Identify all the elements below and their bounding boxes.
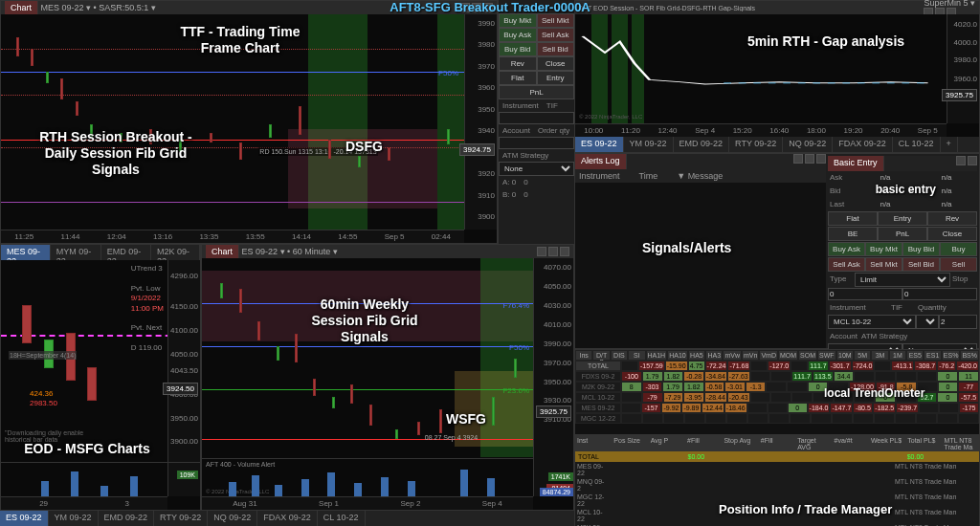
tab-add[interactable]: + [941, 137, 958, 152]
tab-cl5[interactable]: CL 10-22 [893, 137, 941, 152]
tab-nq5[interactable]: NQ 09-22 [783, 137, 833, 152]
stop-input[interactable] [902, 288, 977, 300]
to-cell: -76.2 [937, 361, 956, 371]
to-cell: -72.24 [705, 361, 728, 371]
buy-ask-button[interactable]: Buy Ask [499, 28, 537, 42]
limit-input[interactable] [828, 288, 902, 300]
to-symbol: MCL 10-22 [575, 392, 621, 403]
pnl-button[interactable]: PnL [878, 227, 927, 241]
to-cell: 0 [788, 403, 808, 413]
sixty-chart-tab[interactable]: Chart [206, 245, 239, 258]
pnl-button[interactable]: PnL [499, 85, 574, 99]
to-cell [747, 403, 768, 413]
instrument-input[interactable] [499, 112, 574, 124]
rev-button[interactable]: Rev [499, 56, 537, 71]
rev-button[interactable]: Rev [927, 211, 977, 226]
table-row[interactable]: MCL 10-22MTL NT8 Trade Man [575, 508, 979, 523]
close-icon[interactable] [816, 154, 826, 164]
sell-mkt-button[interactable]: Sell Mkt [537, 13, 575, 28]
eod-chart[interactable]: UTrend 3 Pvt. Low 9/1/2022 11:00 PM Pvt.… [1, 260, 200, 510]
tab-ym[interactable]: YM 09-22 [49, 511, 99, 526]
tab-rty[interactable]: RTY 09-22 [154, 511, 208, 526]
tab-mes[interactable]: MES 09-22 [1, 245, 51, 260]
basic-entry-tab[interactable]: Basic Entry [828, 156, 884, 171]
ttf-chart[interactable]: F50% RD 150.Sun 1315 13:16 -20.14 137313… [1, 14, 497, 243]
total-label: TOTAL [576, 452, 612, 461]
to-cell: -413.1 [891, 361, 914, 371]
account-input[interactable] [499, 137, 574, 149]
max-icon[interactable] [548, 247, 558, 256]
to-cell: 0 [875, 392, 896, 403]
tab-fdax[interactable]: FDAX 09-22 [257, 511, 318, 526]
to-cell: -0.28 [683, 371, 704, 382]
sixty-chart[interactable]: F76.4% F50% F23.6% 08 27 Sep 4 3924 4070… [202, 258, 573, 510]
table-row[interactable]: MES 09-22MTL NT8 Trade Man [575, 462, 979, 477]
be-qty-input[interactable] [939, 315, 977, 329]
five-timeframe[interactable]: SuperMin 5 [924, 0, 968, 8]
be-inst-select[interactable]: MCL 10-22 [828, 315, 916, 329]
min-icon[interactable] [956, 156, 966, 165]
be-tif-label: TIF [889, 301, 916, 314]
to-cell [917, 382, 938, 392]
table-row[interactable]: MGC 12-22MTL NT8 Trade Man [575, 493, 979, 508]
to-cell: -147.7 [830, 403, 853, 413]
buy-mkt-button[interactable]: Buy Mkt [499, 13, 537, 28]
buy-mkt-button[interactable]: Buy Mkt [865, 242, 902, 256]
five-chart[interactable]: © 2022 NinjaTrader, LLC 4020.0 4000.0 39… [575, 14, 979, 137]
entry-button[interactable]: Entry [537, 71, 575, 85]
sell-button[interactable]: Sell [940, 257, 977, 272]
buy-bid-button[interactable]: Buy Bid [499, 42, 537, 56]
five-yaxis: 4020.0 4000.0 3980.0 3960.0 3940.0 3925.… [947, 14, 979, 123]
sell-bid-button[interactable]: Sell Bid [902, 257, 940, 272]
flat-button[interactable]: Flat [499, 71, 537, 85]
close-button[interactable]: Close [927, 227, 977, 241]
be-button[interactable]: BE [828, 227, 878, 241]
table-row[interactable]: MNQ 09-2MTL NT8 Trade Man [575, 477, 979, 493]
tab-fdax5[interactable]: FDAX 09-22 [833, 137, 893, 152]
instrument-select[interactable]: MES 09-22 [41, 3, 84, 12]
atm-select[interactable]: None [499, 162, 574, 176]
tab-m2k[interactable]: M2K 09-22 [151, 245, 200, 260]
to-header: 1M [889, 350, 906, 361]
min-icon[interactable] [537, 247, 546, 256]
sell-mkt-button[interactable]: Sell Mkt [865, 257, 902, 272]
five-titlebar: AFT EOD Session - SOR Fib Grid-DSFG-RTH … [575, 1, 979, 14]
tab-emd[interactable]: EMD 09-22 [99, 511, 155, 526]
to-header: D/T S [592, 350, 610, 361]
min-icon[interactable] [793, 154, 803, 164]
close-button[interactable]: Close [537, 56, 575, 71]
alerts-log-tab[interactable]: Alerts Log [575, 154, 627, 169]
tab-es5[interactable]: ES 09-22 [575, 137, 624, 152]
tab-ym5[interactable]: YM 09-22 [624, 137, 674, 152]
buy-bid-button[interactable]: Buy Bid [902, 242, 940, 256]
flat-button[interactable]: Flat [828, 211, 878, 226]
to-cell: 113.5 [813, 371, 834, 382]
sell-ask-button[interactable]: Sell Ask [828, 257, 865, 272]
tab-emd5[interactable]: EMD 09-22 [674, 137, 730, 152]
close-icon[interactable] [560, 247, 569, 256]
sixty-timeframe[interactable]: 60 Minute [293, 247, 331, 256]
to-cell [811, 413, 832, 424]
sell-ask-button[interactable]: Sell Ask [537, 28, 575, 42]
tab-nq[interactable]: NQ 09-22 [208, 511, 257, 526]
sell-bid-button[interactable]: Sell Bid [537, 42, 575, 56]
to-cell: -175 [959, 403, 979, 413]
to-cell: -724.0 [852, 361, 875, 371]
entry-button[interactable]: Entry [878, 211, 927, 226]
type-select[interactable]: Limit [855, 273, 950, 287]
tab-rty5[interactable]: RTY 09-22 [729, 137, 783, 152]
sixty-instrument[interactable]: ES 09-22 [242, 247, 278, 256]
account-label: Account [499, 124, 534, 137]
tab-emd[interactable]: EMD 09-22 [101, 245, 151, 260]
tab-cl[interactable]: CL 10-22 [318, 511, 366, 526]
to-cell [705, 413, 726, 424]
buy-button[interactable]: Buy [940, 242, 977, 256]
be-tif-select[interactable] [916, 315, 939, 329]
max-icon[interactable] [805, 154, 814, 164]
chart-tab[interactable]: Chart [5, 1, 38, 14]
close-icon[interactable] [968, 156, 977, 165]
tab-es[interactable]: ES 09-22 [0, 511, 49, 526]
to-cell [663, 413, 684, 424]
buy-ask-button[interactable]: Buy Ask [828, 242, 865, 256]
tab-mym[interactable]: MYM 09-22 [51, 245, 101, 260]
